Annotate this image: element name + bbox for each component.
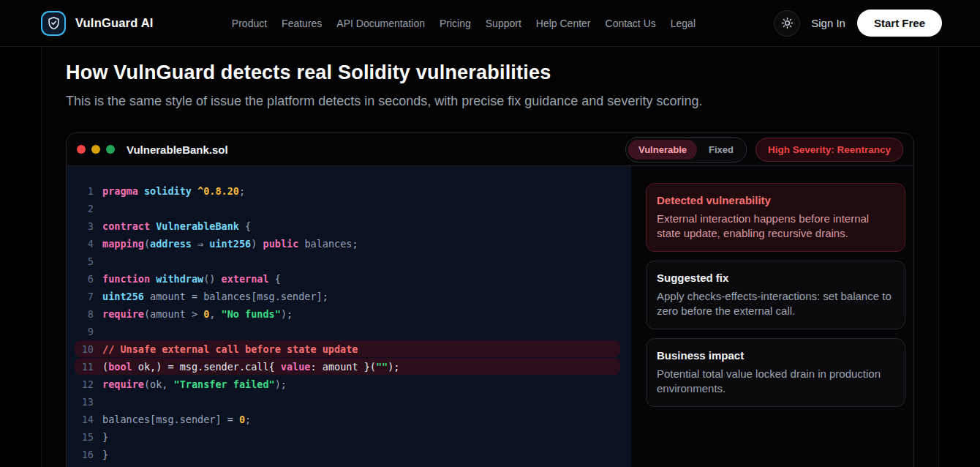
line-number: 13 <box>67 393 94 411</box>
line-number: 6 <box>67 270 94 288</box>
theme-toggle-button[interactable] <box>774 10 800 37</box>
code-line-14: 14balances[msg.sender] = 0; <box>67 411 631 428</box>
panel-suggested-fix: Suggested fixApply checks-effects-intera… <box>646 261 905 329</box>
code-line-3: 3contract VulnerableBank { <box>67 217 631 235</box>
code-line-7: 7uint256 amount = balances[msg.sender]; <box>67 288 631 305</box>
file-name: VulnerableBank.sol <box>127 143 228 156</box>
page-title: How VulnGuard detects real Solidity vuln… <box>66 61 914 84</box>
line-number: 15 <box>67 428 94 446</box>
line-number: 7 <box>67 288 94 305</box>
code-editor-card: VulnerableBank.sol Vulnerable Fixed High… <box>66 132 914 467</box>
panel-title: Business impact <box>657 349 894 362</box>
nav-link-support[interactable]: Support <box>486 18 521 29</box>
brand[interactable]: VulnGuard AI <box>41 11 154 36</box>
shield-check-icon <box>41 11 66 36</box>
editor-body: 1pragma solidity ^0.8.20;23contract Vuln… <box>67 166 913 467</box>
nav-link-api-documentation[interactable]: API Documentation <box>336 18 425 29</box>
editor-header-left: VulnerableBank.sol <box>77 143 228 156</box>
code-line-16: 16} <box>67 446 631 463</box>
panel-business-impact: Business impactPotential total value loc… <box>646 338 905 407</box>
code-line-15: 15} <box>67 428 631 446</box>
toggle-vulnerable-button[interactable]: Vulnerable <box>628 140 697 160</box>
code-line-13: 13 <box>67 393 631 411</box>
line-number: 16 <box>67 446 94 463</box>
toggle-fixed-button[interactable]: Fixed <box>698 140 744 160</box>
line-number: 10 <box>67 340 94 358</box>
code-panel: 1pragma solidity ^0.8.20;23contract Vuln… <box>67 166 631 467</box>
line-number: 2 <box>67 200 94 217</box>
code-line-10-highlighted: 10// Unsafe external call before state u… <box>67 340 631 358</box>
nav-link-help-center[interactable]: Help Center <box>536 18 591 29</box>
nav-link-product[interactable]: Product <box>232 18 267 29</box>
line-number: 14 <box>67 411 94 428</box>
line-number: 12 <box>67 376 94 393</box>
nav-link-pricing[interactable]: Pricing <box>440 18 471 29</box>
line-number: 8 <box>67 305 94 323</box>
panel-detected-vulnerability: Detected vulnerabilityExternal interacti… <box>646 183 905 252</box>
panel-body: Apply checks-effects-interactions: set b… <box>657 289 894 318</box>
code-line-6: 6function withdraw() external { <box>67 270 631 288</box>
content-section: How VulnGuard detects real Solidity vuln… <box>41 47 939 467</box>
sign-in-link[interactable]: Sign In <box>811 17 845 29</box>
code-line-12: 12require(ok, "Transfer failed"); <box>67 376 631 393</box>
nav-links: ProductFeaturesAPI DocumentationPricingS… <box>154 18 774 29</box>
code-line-11-highlighted: 11(bool ok,) = msg.sender.call{ value: a… <box>67 358 631 376</box>
traffic-light-red-icon <box>77 145 86 154</box>
code-line-2: 2 <box>67 200 631 217</box>
code-line-4: 4mapping(address ⇒ uint256) public balan… <box>67 235 631 253</box>
editor-header: VulnerableBank.sol Vulnerable Fixed High… <box>67 133 913 166</box>
start-free-button[interactable]: Start Free <box>857 10 942 37</box>
line-number: 4 <box>67 235 94 253</box>
code-version-toggle: Vulnerable Fixed <box>625 137 747 162</box>
code-line-5: 5 <box>67 253 631 270</box>
insight-panels: Detected vulnerabilityExternal interacti… <box>646 166 905 467</box>
panel-title: Suggested fix <box>657 272 894 284</box>
traffic-light-amber-icon <box>91 145 100 154</box>
line-number: 5 <box>67 253 94 270</box>
traffic-light-green-icon <box>106 145 115 154</box>
code-line-1: 1pragma solidity ^0.8.20; <box>67 182 631 200</box>
severity-badge: High Severity: Reentrancy <box>755 138 903 162</box>
nav-right: Sign In Start Free <box>774 10 942 37</box>
panel-body: External interaction happens before inte… <box>657 212 894 241</box>
top-navbar: VulnGuard AI ProductFeaturesAPI Document… <box>0 0 980 47</box>
line-number: 11 <box>67 358 94 376</box>
line-number: 1 <box>67 182 94 200</box>
nav-link-features[interactable]: Features <box>282 18 322 29</box>
code-line-8: 8require(amount > 0, "No funds"); <box>67 305 631 323</box>
code-line-9: 9 <box>67 323 631 340</box>
page-subtitle: This is the same style of issue the plat… <box>66 94 914 109</box>
nav-link-legal[interactable]: Legal <box>671 18 696 29</box>
panel-body: Potential total value locked drain in pr… <box>657 367 894 396</box>
line-number: 3 <box>67 217 94 235</box>
brand-name: VulnGuard AI <box>75 16 154 30</box>
editor-header-right: Vulnerable Fixed High Severity: Reentran… <box>625 137 903 162</box>
sun-icon <box>781 17 794 29</box>
nav-link-contact-us[interactable]: Contact Us <box>606 18 656 29</box>
line-number: 9 <box>67 323 94 340</box>
panel-title: Detected vulnerability <box>657 194 894 206</box>
